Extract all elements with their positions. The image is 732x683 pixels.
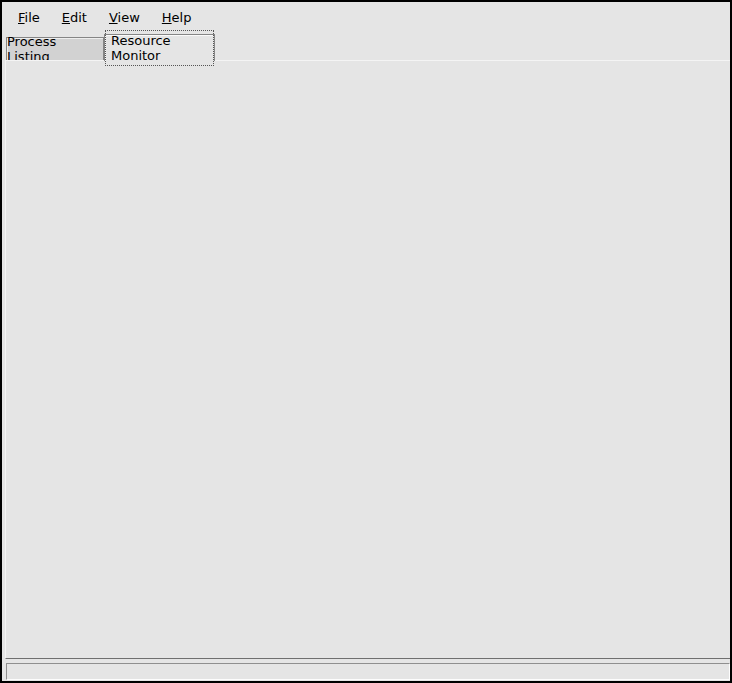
menu-view[interactable]: View [98,6,151,29]
menu-edit[interactable]: Edit [51,6,98,29]
tab-resource-monitor[interactable]: Resource Monitor [104,34,215,61]
menu-bar: File Edit View Help [3,3,729,31]
status-bar [6,663,730,680]
resource-monitor-page [5,60,731,659]
tab-resource-monitor-label: Resource Monitor [105,30,214,66]
system-monitor-window: File Edit View Help Process Listing Reso… [0,0,732,683]
menu-help[interactable]: Help [151,6,203,29]
tab-process-listing[interactable]: Process Listing [6,37,104,60]
menu-file[interactable]: File [7,6,51,29]
